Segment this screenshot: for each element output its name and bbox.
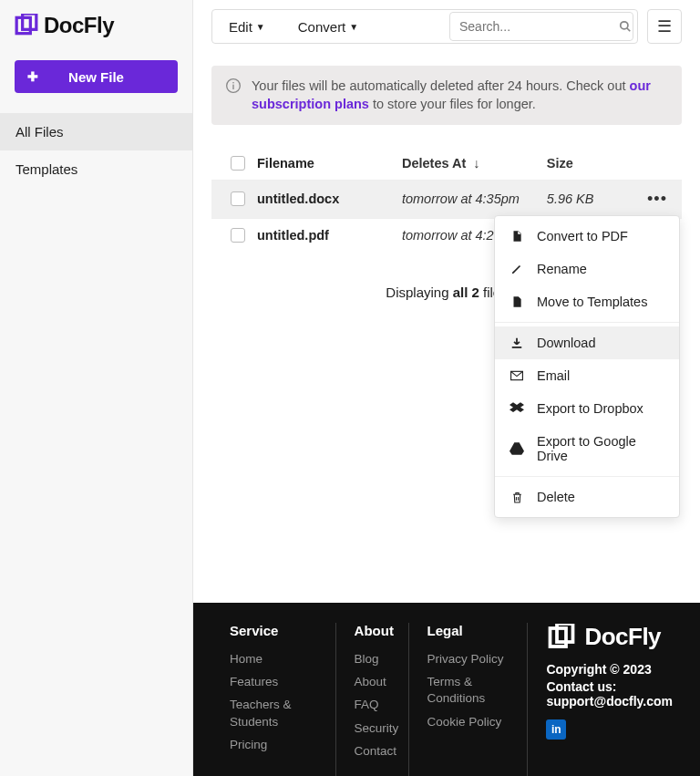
trash-icon [510, 491, 524, 504]
pencil-icon [510, 263, 524, 275]
ctx-delete[interactable]: Delete [495, 481, 679, 513]
footer-link[interactable]: Privacy Policy [427, 651, 510, 667]
notice-text: Your files will be automatically deleted… [252, 77, 667, 114]
notice-banner: Your files will be automatically deleted… [211, 66, 682, 125]
linkedin-icon[interactable]: in [546, 719, 566, 740]
logo-icon [546, 624, 577, 651]
download-icon [510, 336, 524, 349]
ctx-separator [495, 476, 679, 477]
footer-link[interactable]: Blog [355, 651, 390, 667]
col-size[interactable]: Size [547, 156, 640, 171]
footer-link[interactable]: Contact [355, 743, 390, 760]
hamburger-menu-button[interactable]: ☰ [647, 9, 682, 44]
table-header: Filename Deletes At ↓ Size [211, 147, 682, 180]
logo-text: DocFly [44, 13, 114, 38]
svg-line-3 [627, 28, 631, 32]
toolbar-group: Edit ▼ Convert ▼ [211, 9, 638, 44]
cell-size: 5.96 KB [547, 191, 640, 206]
convert-dropdown[interactable]: Convert ▼ [282, 10, 375, 43]
sidebar-item-all-files[interactable]: All Files [0, 113, 192, 150]
ctx-download[interactable]: Download [495, 326, 679, 359]
ctx-export-dropbox[interactable]: Export to Dropbox [495, 392, 679, 425]
footer-col-legal: Legal Privacy Policy Terms & Conditions … [409, 623, 529, 776]
footer-link[interactable]: About [355, 674, 390, 690]
context-menu: Convert to PDF Rename Move to Templates … [494, 215, 680, 518]
search-wrap [449, 12, 633, 41]
row-checkbox[interactable] [231, 191, 245, 206]
footer-logo[interactable]: DocFly [546, 623, 673, 651]
gdrive-icon [510, 442, 524, 455]
table-row[interactable]: untitled.docx tomorrow at 4:35pm 5.96 KB… [211, 180, 682, 218]
svg-point-2 [621, 22, 628, 29]
cell-filename[interactable]: untitled.docx [257, 191, 402, 206]
sidebar-item-templates[interactable]: Templates [0, 150, 192, 188]
col-filename[interactable]: Filename [257, 156, 402, 171]
logo[interactable]: DocFly [0, 0, 192, 60]
footer: Service Home Features Teachers & Student… [193, 603, 700, 776]
col-deletes-at[interactable]: Deletes At ↓ [402, 156, 547, 171]
footer-link[interactable]: Cookie Policy [427, 714, 510, 730]
plus-icon: ✚ [27, 69, 38, 84]
caret-down-icon: ▼ [256, 22, 265, 32]
ctx-email[interactable]: Email [495, 359, 679, 392]
footer-col-service: Service Home Features Teachers & Student… [221, 623, 336, 776]
ellipsis-icon: ••• [647, 190, 667, 208]
ctx-convert-pdf[interactable]: Convert to PDF [495, 220, 679, 253]
dropbox-icon [510, 402, 524, 415]
edit-dropdown[interactable]: Edit ▼ [212, 10, 282, 43]
footer-link[interactable]: Pricing [230, 737, 317, 753]
row-actions-button[interactable]: ••• [640, 190, 674, 209]
svg-rect-5 [232, 85, 233, 89]
caret-down-icon: ▼ [349, 22, 358, 32]
cell-filename[interactable]: untitled.pdf [257, 228, 402, 243]
footer-link[interactable]: Teachers & Students [230, 697, 317, 729]
sort-down-icon: ↓ [473, 156, 479, 171]
file-pdf-icon [510, 229, 524, 243]
nav-list: All Files Templates [0, 113, 192, 188]
envelope-icon [510, 370, 524, 381]
svg-rect-6 [232, 82, 233, 83]
footer-copyright: Copyright © 2023 [546, 662, 673, 677]
select-all-checkbox[interactable] [231, 156, 245, 171]
footer-link[interactable]: Security [355, 720, 390, 737]
footer-contact-label: Contact us: [546, 679, 673, 694]
new-file-button[interactable]: ✚ New File [15, 60, 178, 93]
new-file-label: New File [68, 69, 124, 85]
footer-col-brand: DocFly Copyright © 2023 Contact us: supp… [528, 623, 673, 776]
footer-link[interactable]: Terms & Conditions [427, 674, 510, 707]
svg-rect-7 [512, 347, 522, 348]
file-move-icon [510, 295, 524, 309]
logo-icon [15, 14, 38, 37]
footer-email[interactable]: support@docfly.com [546, 694, 673, 709]
info-icon [226, 78, 241, 93]
footer-link[interactable]: Home [230, 651, 317, 667]
ctx-move-templates[interactable]: Move to Templates [495, 285, 679, 318]
row-checkbox[interactable] [231, 228, 245, 243]
ctx-separator [495, 322, 679, 323]
footer-col-about: About Blog About FAQ Security Contact [336, 623, 409, 776]
toolbar: Edit ▼ Convert ▼ ☰ [193, 0, 700, 53]
ctx-export-gdrive[interactable]: Export to Google Drive [495, 425, 679, 472]
hamburger-icon: ☰ [657, 16, 672, 36]
footer-link[interactable]: Features [230, 674, 317, 690]
ctx-rename[interactable]: Rename [495, 253, 679, 285]
sidebar: DocFly ✚ New File All Files Templates [0, 0, 193, 776]
search-input[interactable] [459, 19, 619, 34]
footer-link[interactable]: FAQ [355, 697, 390, 713]
search-icon[interactable] [619, 20, 632, 33]
cell-deletes-at: tomorrow at 4:35pm [402, 191, 547, 206]
